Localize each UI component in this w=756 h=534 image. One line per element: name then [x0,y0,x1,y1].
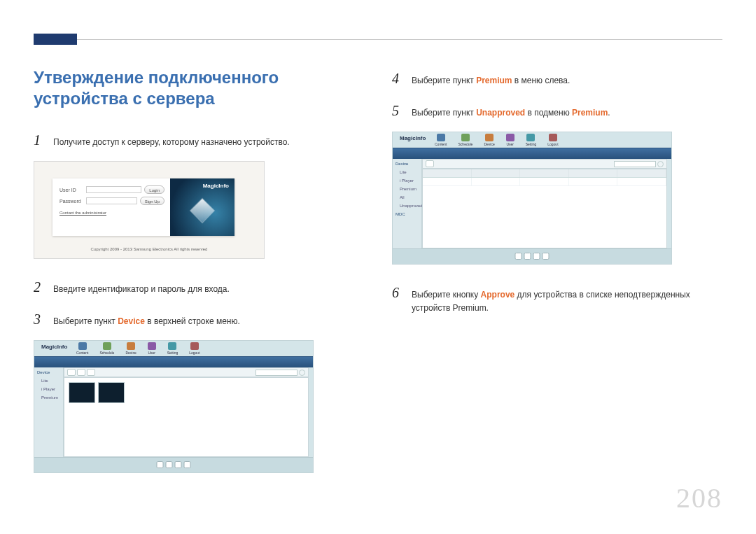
side-item[interactable]: i Player [396,178,419,183]
screenshot-unapproved-list: MagicInfo Content Schedule Device User S… [392,132,672,265]
step-text: Выберите пункт Premium в меню слева. [412,74,722,87]
nav-icon[interactable] [506,134,514,141]
side-nav: Device Lite i Player Premium [34,367,64,457]
header-mark [34,34,77,45]
step-text: Выберите пункт Unapproved в подменю Prem… [412,106,722,120]
table-row[interactable] [423,178,666,186]
search-input[interactable] [614,161,656,167]
pager-btn[interactable] [515,253,522,260]
pager-btn[interactable] [157,461,164,468]
step-text: Выберите пункт Device в верхней строке м… [53,315,364,328]
seg-btn[interactable] [77,369,85,376]
nav-icon[interactable] [168,342,176,350]
status-bar [34,457,313,472]
login-button[interactable]: Login [144,185,164,194]
step-number: 1 [34,129,43,151]
side-item[interactable]: Device [396,162,419,166]
nav-icon[interactable] [549,134,557,141]
right-column: 4 Выберите пункт Premium в меню слева. 5… [392,67,722,490]
page-content: Утверждение подключенного устройства с с… [34,67,722,490]
side-nav: Device Lite i Player Premium All Unappro… [393,159,422,248]
seg-btn[interactable] [87,369,95,376]
pager-btn[interactable] [184,461,191,468]
pager-btn[interactable] [175,461,182,468]
nav-icon[interactable] [148,342,156,350]
side-item[interactable]: Unapproved [396,204,419,208]
search-input[interactable] [255,370,298,376]
step-text: Получите доступ к серверу, которому назн… [53,136,364,149]
login-userid-label: User ID [59,188,83,192]
step-4: 4 Выберите пункт Premium в меню слева. [392,67,722,90]
nav-icon[interactable] [190,342,199,350]
highlight-device: Device [118,316,145,326]
step-2: 2 Введите идентификатор и пароль для вхо… [34,276,364,298]
screenshot-login: User ID Login Password Sign Up Contact t… [34,161,265,259]
pager-btn[interactable] [166,461,173,468]
nav-icon[interactable] [78,342,87,350]
screenshot-device-page: MagicInfo Content Schedule Device User S… [34,340,314,473]
search-icon[interactable] [299,370,305,376]
seg-btn[interactable] [67,369,76,376]
step-text: Введите идентификатор и пароль для входа… [53,283,364,296]
app-toolbar [393,148,671,159]
step-number: 3 [34,308,43,330]
highlight-approve: Approve [481,290,515,300]
app-logo: MagicInfo [400,135,426,141]
device-tile[interactable] [98,382,125,403]
nav-icon[interactable] [437,134,445,141]
step-5: 5 Выберите пункт Unapproved в подменю Pr… [392,99,722,122]
sub-toolbar [64,367,309,377]
side-item[interactable]: All [396,195,419,199]
main-pane [422,169,667,248]
step-number: 2 [34,276,43,298]
app-toolbar [34,356,313,367]
side-item[interactable]: MDC [396,212,419,216]
step-1: 1 Получите доступ к серверу, которому на… [34,129,364,151]
nav-icon[interactable] [461,134,470,141]
status-bar [393,248,671,264]
table-header [423,169,666,178]
section-title: Утверждение подключенного устройства с с… [34,67,364,109]
brand-icon [190,199,214,223]
top-nav: Content Schedule Device User Setting Log… [76,342,271,355]
nav-icon[interactable] [485,134,493,141]
copyright-text: Copyright 2009 - 2013 Samsung Electronic… [34,247,264,251]
highlight-premium: Premium [572,108,608,118]
highlight-premium: Premium [476,76,512,85]
contact-admin-link[interactable]: Contact the administrator [59,211,164,215]
left-column: Утверждение подключенного устройства с с… [34,67,364,490]
app-logo: MagicInfo [41,344,67,350]
step-6: 6 Выберите кнопку Approve для устройства… [392,281,722,315]
side-item[interactable]: Lite [396,170,419,174]
header-rule [34,39,722,40]
step-text: Выберите кнопку Approve для устройства в… [412,288,722,315]
side-item[interactable]: Premium [37,395,60,400]
step-number: 6 [392,281,402,304]
step-number: 4 [392,67,402,90]
brand-name: MagicInfo [203,183,229,189]
side-item[interactable]: Device [37,370,60,374]
login-userid-input[interactable] [86,186,141,193]
main-pane [64,377,309,457]
signup-button[interactable]: Sign Up [140,197,164,205]
top-nav: Content Schedule Device User Setting Log… [435,134,629,146]
side-item[interactable]: Premium [396,187,419,191]
side-item[interactable]: Lite [37,379,60,383]
seg-btn[interactable] [426,160,434,167]
step-number: 5 [392,99,402,122]
login-password-input[interactable] [86,197,137,204]
search-icon[interactable] [657,161,664,167]
page-number: 208 [676,482,722,514]
login-password-label: Password [59,199,83,204]
pager-btn[interactable] [524,253,531,260]
nav-icon[interactable] [127,342,135,350]
sub-toolbar [422,159,667,169]
device-tile[interactable] [69,382,95,403]
nav-icon[interactable] [103,342,111,350]
step-3: 3 Выберите пункт Device в верхней строке… [34,308,364,330]
pager-btn[interactable] [542,253,550,260]
pager-btn[interactable] [533,253,540,260]
brand-panel: MagicInfo [170,178,234,236]
nav-icon[interactable] [526,134,535,141]
side-item[interactable]: i Player [37,387,60,391]
